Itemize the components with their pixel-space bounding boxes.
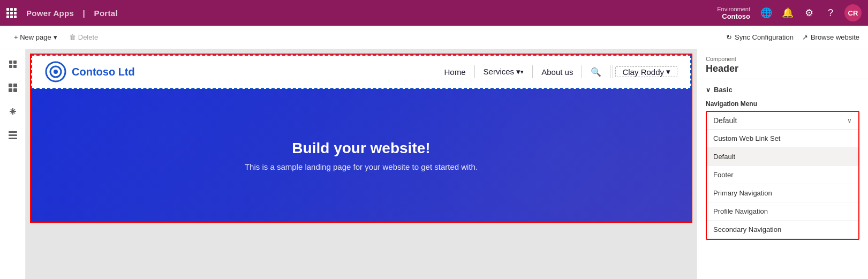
site-hero: Build your website! This is a sample lan…	[31, 89, 691, 222]
svg-rect-12	[9, 131, 17, 133]
panel-basic-section: ∨ Basic Navigation Menu Default ∨ Custom…	[697, 79, 868, 246]
svg-rect-1	[13, 61, 17, 64]
svg-rect-3	[13, 65, 17, 68]
section-header: ∨ Basic	[706, 86, 859, 94]
navigation-menu-dropdown[interactable]: Default ∨ Custom Web Link Set Default Fo…	[706, 111, 859, 240]
hero-subtitle: This is a sample landing page for your w…	[245, 162, 478, 171]
dropdown-option-custom-web-link-set[interactable]: Custom Web Link Set	[707, 130, 858, 148]
notification-icon[interactable]: 🔔	[778, 3, 797, 22]
delete-icon: 🗑	[69, 33, 76, 41]
topbar: Power Apps | Portal Environment Contoso …	[0, 0, 868, 26]
svg-rect-4	[9, 84, 12, 87]
hero-title: Build your website!	[245, 140, 478, 157]
toolbar-right: ↻ Sync Configuration ↗ Browse website	[726, 33, 859, 41]
canvas-area: Contoso Ltd Home Services ▾ About us 🔍 C…	[26, 49, 697, 279]
svg-rect-5	[13, 84, 17, 87]
browse-website-button[interactable]: ↗ Browse website	[802, 33, 859, 41]
delete-button[interactable]: 🗑 Delete	[64, 30, 104, 44]
svg-rect-13	[9, 134, 17, 136]
logo-icon	[45, 61, 66, 82]
pages-icon[interactable]	[2, 54, 24, 75]
waffle-icon	[6, 8, 17, 18]
components-icon[interactable]	[2, 77, 24, 99]
user-dropdown-icon: ▾	[666, 67, 670, 77]
app-title: Power Apps | Portal	[23, 9, 717, 18]
help-icon[interactable]: ?	[821, 3, 840, 22]
globe-icon[interactable]: 🌐	[757, 3, 776, 22]
hero-content: Build your website! This is a sample lan…	[245, 140, 478, 171]
dropdown-selected-value[interactable]: Default ∨	[707, 112, 858, 130]
panel-header: Component Header	[697, 49, 868, 79]
right-panel: Component Header ∨ Basic Navigation Menu…	[697, 49, 868, 279]
environment-selector[interactable]: Environment Contoso	[717, 6, 750, 20]
section-collapse-icon[interactable]: ∨	[706, 86, 711, 94]
left-sidebar	[0, 49, 26, 279]
svg-rect-6	[9, 88, 12, 92]
svg-rect-7	[13, 88, 17, 92]
dropdown-list: Custom Web Link Set Default Footer Prima…	[707, 130, 858, 239]
nav-services[interactable]: Services ▾	[475, 65, 533, 78]
svg-rect-2	[9, 65, 12, 68]
settings-icon[interactable]: ⚙	[799, 3, 819, 22]
site-preview: Contoso Ltd Home Services ▾ About us 🔍 C…	[30, 54, 692, 223]
svg-point-17	[54, 70, 58, 74]
nav-search[interactable]: 🔍	[582, 65, 610, 78]
dropdown-option-profile-navigation[interactable]: Profile Navigation	[707, 202, 858, 221]
svg-rect-14	[9, 138, 17, 139]
nav-user[interactable]: Clay Roddy ▾	[615, 66, 677, 77]
site-logo: Contoso Ltd	[45, 61, 135, 82]
design-icon[interactable]	[2, 101, 24, 122]
external-link-icon: ↗	[802, 33, 808, 41]
avatar[interactable]: CR	[844, 4, 862, 21]
sync-config-button[interactable]: ↻ Sync Configuration	[726, 33, 794, 41]
dropdown-option-default[interactable]: Default	[707, 148, 858, 166]
site-header: Contoso Ltd Home Services ▾ About us 🔍 C…	[31, 55, 691, 89]
site-logo-text: Contoso Ltd	[72, 66, 135, 78]
site-nav: Home Services ▾ About us 🔍 Clay Roddy ▾	[436, 65, 677, 78]
dropdown-chevron-icon: ∨	[847, 117, 852, 124]
component-label: Component	[706, 56, 859, 62]
main-area: Contoso Ltd Home Services ▾ About us 🔍 C…	[0, 49, 868, 279]
settings-sidebar-icon[interactable]	[2, 124, 24, 146]
sync-icon: ↻	[726, 33, 732, 41]
toolbar-left: + New page ▾ 🗑 Delete	[9, 30, 726, 44]
dropdown-option-secondary-navigation[interactable]: Secondary Navigation	[707, 221, 858, 239]
grid-icon[interactable]	[6, 8, 17, 18]
svg-rect-0	[9, 61, 12, 64]
chevron-down-icon: ▾	[54, 33, 57, 41]
dropdown-option-primary-navigation[interactable]: Primary Navigation	[707, 184, 858, 202]
topbar-right: Environment Contoso 🌐 🔔 ⚙ ? CR	[717, 3, 862, 22]
new-page-button[interactable]: + New page ▾	[9, 30, 63, 44]
nav-menu-label: Navigation Menu	[706, 100, 859, 108]
dropdown-option-footer[interactable]: Footer	[707, 166, 858, 184]
nav-home[interactable]: Home	[436, 65, 475, 78]
component-title: Header	[706, 63, 859, 74]
toolbar: + New page ▾ 🗑 Delete ↻ Sync Configurati…	[0, 26, 868, 49]
nav-about[interactable]: About us	[533, 65, 582, 78]
